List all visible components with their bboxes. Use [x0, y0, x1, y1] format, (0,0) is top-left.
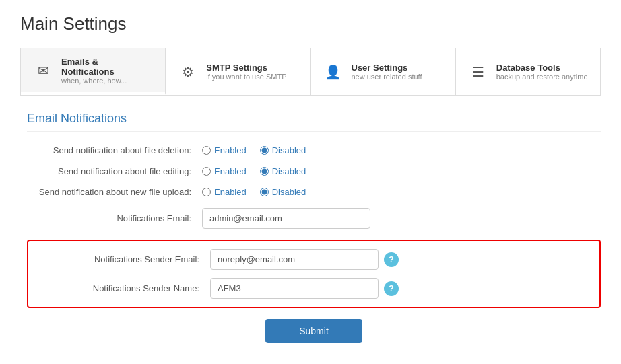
tab-database-subtitle: backup and restore anytime	[496, 73, 588, 81]
sender-email-label: Notifications Sender Email:	[35, 254, 210, 264]
sender-email-input[interactable]	[210, 249, 379, 270]
page-title: Main Settings	[20, 13, 601, 34]
sender-name-input[interactable]	[210, 278, 379, 299]
disabled-label-2: Disabled	[272, 166, 306, 176]
file-upload-radio-group: Enabled Disabled	[202, 187, 306, 197]
smtp-icon: ⚙	[178, 62, 198, 82]
notifications-email-label: Notifications Email:	[27, 213, 202, 223]
tab-user-settings[interactable]: 👤 User Settings new user related stuff	[311, 48, 456, 95]
file-editing-radio-group: Enabled Disabled	[202, 166, 306, 176]
file-deletion-disabled-option[interactable]: Disabled	[260, 145, 306, 155]
tab-emails-subtitle: when, where, how...	[61, 77, 153, 85]
disabled-label-3: Disabled	[272, 187, 306, 197]
file-editing-disabled-radio[interactable]	[260, 167, 269, 176]
file-editing-disabled-option[interactable]: Disabled	[260, 166, 306, 176]
tab-smtp-settings[interactable]: ⚙ SMTP Settings if you want to use SMTP	[166, 48, 310, 95]
email-notifications-section: Email Notifications Send notification ab…	[20, 112, 601, 343]
notifications-email-row: Notifications Email:	[27, 208, 601, 229]
file-editing-label: Send notification about file editing:	[27, 166, 202, 176]
section-title: Email Notifications	[27, 112, 601, 132]
file-upload-label: Send notification about new file upload:	[27, 187, 202, 197]
file-editing-row: Send notification about file editing: En…	[27, 166, 601, 176]
enabled-label-3: Enabled	[214, 187, 247, 197]
file-upload-disabled-option[interactable]: Disabled	[260, 187, 306, 197]
file-upload-row: Send notification about new file upload:…	[27, 187, 601, 197]
submit-button[interactable]: Submit	[265, 319, 362, 343]
file-editing-enabled-option[interactable]: Enabled	[202, 166, 247, 176]
enabled-label-2: Enabled	[214, 166, 247, 176]
tab-smtp-title: SMTP Settings	[206, 63, 286, 73]
tab-smtp-subtitle: if you want to use SMTP	[206, 73, 286, 81]
notifications-email-input[interactable]	[202, 208, 370, 229]
file-deletion-label: Send notification about file deletion:	[27, 145, 202, 155]
tabs-container: ✉ Emails & Notifications when, where, ho…	[20, 48, 601, 96]
file-deletion-enabled-radio[interactable]	[202, 146, 211, 155]
tab-database-title: Database Tools	[496, 63, 588, 73]
tab-database-tools[interactable]: ☰ Database Tools backup and restore anyt…	[456, 48, 600, 95]
file-upload-enabled-radio[interactable]	[202, 188, 211, 196]
enabled-label-1: Enabled	[214, 145, 247, 155]
highlighted-sender-section: Notifications Sender Email: ? Notificati…	[27, 240, 601, 308]
tab-user-subtitle: new user related stuff	[352, 73, 422, 81]
sender-email-help-icon[interactable]: ?	[384, 252, 399, 267]
submit-row: Submit	[27, 319, 601, 343]
tab-user-title: User Settings	[352, 63, 422, 73]
disabled-label-1: Disabled	[272, 145, 306, 155]
sender-name-help-icon[interactable]: ?	[384, 281, 399, 296]
email-icon: ✉	[33, 61, 53, 81]
tab-emails-notifications[interactable]: ✉ Emails & Notifications when, where, ho…	[21, 48, 166, 95]
file-editing-enabled-radio[interactable]	[202, 167, 211, 176]
sender-name-row: Notifications Sender Name: ?	[35, 278, 593, 299]
file-deletion-row: Send notification about file deletion: E…	[27, 145, 601, 155]
file-deletion-radio-group: Enabled Disabled	[202, 145, 306, 155]
file-deletion-disabled-radio[interactable]	[260, 146, 269, 155]
database-icon: ☰	[468, 62, 488, 82]
file-upload-enabled-option[interactable]: Enabled	[202, 187, 247, 197]
sender-email-row: Notifications Sender Email: ?	[35, 249, 593, 270]
user-icon: 👤	[323, 62, 344, 82]
sender-name-label: Notifications Sender Name:	[35, 283, 210, 293]
file-upload-disabled-radio[interactable]	[260, 188, 269, 196]
tab-emails-title: Emails & Notifications	[61, 57, 153, 77]
file-deletion-enabled-option[interactable]: Enabled	[202, 145, 247, 155]
